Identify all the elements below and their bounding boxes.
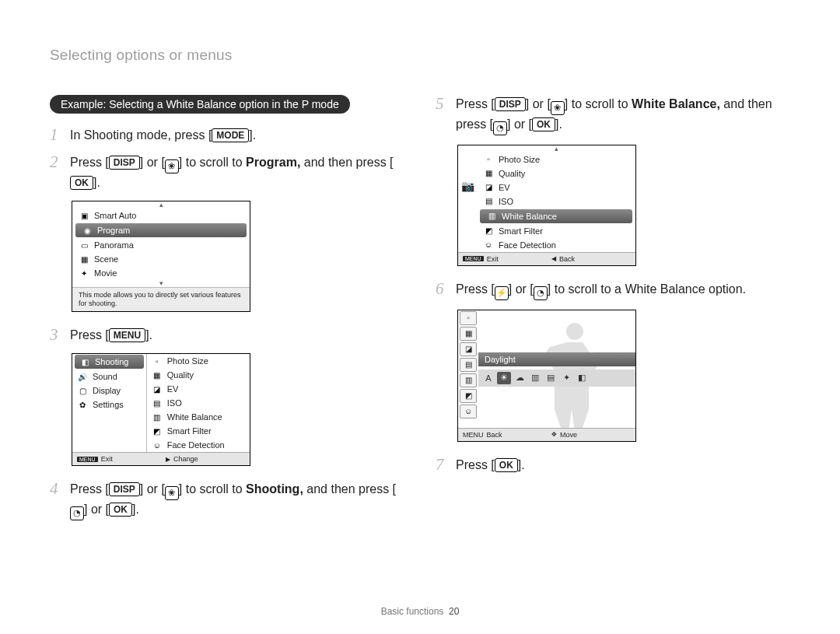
list-item-label: Settings bbox=[93, 400, 124, 409]
list-item: ◩Smart Filter bbox=[147, 424, 250, 438]
step-number: 4 bbox=[50, 480, 62, 497]
step-3: 3 Press [MENU]. bbox=[50, 326, 404, 344]
macro-down-icon: ❀ bbox=[165, 486, 179, 500]
list-item: ▣Smart Auto bbox=[72, 208, 250, 222]
list-item-label: Smart Filter bbox=[499, 226, 543, 236]
macro-down-icon: ❀ bbox=[551, 101, 565, 115]
step-text: ] or [ bbox=[507, 117, 532, 131]
list-item-label: Scene bbox=[94, 254, 118, 264]
wb-options-row: A ☀ ☁ ▥ ▤ ✦ ◧ bbox=[478, 370, 635, 387]
filter-icon: ◩ bbox=[483, 226, 494, 236]
screen-mode-list: ▴ ▣Smart Auto ◉Program ▭Panorama ▦Scene … bbox=[72, 201, 250, 312]
page-header: Selecting options or menus bbox=[50, 47, 790, 64]
list-item: ▫Photo Size bbox=[147, 354, 250, 368]
list-item: ▦Quality bbox=[477, 166, 635, 180]
flash-left-icon: ⚡ bbox=[495, 286, 509, 300]
step-5: 5 Press [DISP] or [❀] to scroll to White… bbox=[436, 95, 790, 135]
camera-icon: 📷 bbox=[461, 180, 474, 192]
list-item: ▭Panorama bbox=[72, 238, 250, 252]
face-icon: ☺ bbox=[483, 240, 494, 250]
list-item-label: Face Detection bbox=[167, 440, 225, 450]
step-number: 2 bbox=[50, 153, 62, 170]
photo-size-icon: ▫ bbox=[152, 356, 163, 366]
example-pill: Example: Selecting a White Balance optio… bbox=[50, 95, 350, 114]
camera-p-icon: ◉ bbox=[82, 226, 93, 235]
screen-main-menu: ◧Shooting 🔊Sound ▢Display ✿Settings ▫Pho… bbox=[72, 353, 250, 466]
list-item-label: Display bbox=[93, 386, 121, 395]
scroll-up-icon: ▴ bbox=[72, 201, 250, 208]
step-text: ]. bbox=[249, 128, 256, 142]
list-item-label: ISO bbox=[167, 398, 182, 408]
right-arrow-icon: ▶ bbox=[166, 456, 170, 463]
wb-fluorescent-l-icon: ▤ bbox=[544, 372, 558, 384]
filter-icon: ◩ bbox=[152, 426, 163, 436]
footer-right-label: Back bbox=[559, 255, 575, 263]
step-text: ]. bbox=[93, 176, 100, 189]
menu-category-pane: ◧Shooting 🔊Sound ▢Display ✿Settings bbox=[72, 354, 147, 452]
screen-footer: MENUExit ◀Back bbox=[458, 252, 635, 265]
ev-icon: ◪ bbox=[483, 183, 494, 192]
quality-icon: ▦ bbox=[152, 370, 163, 380]
step-text: In Shooting mode, press [ bbox=[70, 128, 212, 142]
list-item-label: Smart Filter bbox=[167, 426, 212, 436]
step-text: ]. bbox=[518, 458, 525, 471]
ok-key: OK bbox=[109, 503, 132, 517]
step-text: ] or [ bbox=[84, 503, 109, 516]
wb-icon: ▥ bbox=[152, 412, 163, 422]
gear-icon: ✿ bbox=[77, 400, 88, 409]
step-text: Press [ bbox=[70, 156, 109, 169]
step-number: 5 bbox=[436, 95, 448, 112]
step-text: ] to scroll to bbox=[565, 97, 632, 110]
display-icon: ▢ bbox=[77, 386, 88, 395]
screen-footer: MENUExit ▶Change bbox=[72, 452, 250, 465]
step-text: ]. bbox=[145, 328, 152, 342]
macro-down-icon: ❀ bbox=[165, 159, 179, 173]
mode-caption: This mode allows you to directly set var… bbox=[72, 287, 250, 311]
list-item: ◪EV bbox=[477, 180, 635, 194]
list-item-label: Sound bbox=[93, 372, 117, 381]
step-text: Press [ bbox=[456, 458, 495, 471]
quality-icon: ▦ bbox=[483, 169, 494, 178]
list-item: ☺Face Detection bbox=[477, 238, 635, 252]
disp-key: DISP bbox=[495, 97, 526, 111]
timer-right-icon: ◔ bbox=[493, 121, 507, 135]
ok-key: OK bbox=[495, 458, 518, 472]
list-item-label: EV bbox=[167, 384, 179, 394]
step-number: 6 bbox=[436, 280, 448, 297]
list-item-label: Photo Size bbox=[499, 155, 540, 164]
step-text: Press [ bbox=[70, 482, 109, 496]
screen-footer: MENUBack ✥Move bbox=[458, 428, 635, 441]
step-text: ] to scroll to bbox=[179, 156, 246, 169]
step-text: ] or [ bbox=[140, 482, 165, 496]
iso-icon: ▤ bbox=[152, 398, 163, 408]
list-item-label: White Balance bbox=[502, 212, 557, 221]
scroll-down-icon: ▾ bbox=[72, 280, 250, 287]
step-text: ] to scroll to a White Balance option. bbox=[548, 282, 746, 296]
step-text: and then press [ bbox=[303, 482, 396, 496]
list-item-label: Movie bbox=[94, 268, 117, 278]
iso-icon: ▤ bbox=[483, 197, 494, 206]
list-item-label: Program bbox=[97, 226, 130, 235]
menu-key: MENU bbox=[109, 328, 145, 342]
step-text: ] or [ bbox=[140, 156, 165, 169]
ok-key: OK bbox=[532, 117, 555, 131]
side-icon: ☺ bbox=[460, 405, 477, 419]
list-item: ▥White Balance bbox=[147, 410, 250, 424]
timer-right-icon: ◔ bbox=[70, 506, 84, 520]
step-text: ] or [ bbox=[509, 282, 534, 296]
list-item: ▤ISO bbox=[147, 396, 250, 410]
step-text: Press [ bbox=[70, 328, 109, 342]
side-icon: ▦ bbox=[460, 327, 477, 341]
footer-left-label: Exit bbox=[101, 455, 113, 463]
scroll-up-icon: ▴ bbox=[477, 145, 635, 152]
list-item: 🔊Sound bbox=[72, 370, 146, 384]
list-item: ✦Movie bbox=[72, 266, 250, 280]
wb-selected-label: Daylight bbox=[478, 352, 635, 366]
list-item: ✿Settings bbox=[72, 398, 146, 412]
tab-column: 📷 bbox=[458, 145, 477, 252]
disp-key: DISP bbox=[109, 156, 140, 170]
step-text: Press [ bbox=[456, 282, 495, 296]
footer-right-label: Change bbox=[173, 455, 198, 463]
list-item-label: Shooting bbox=[95, 357, 128, 366]
screen-wb-select: ▫ ▦ ◪ ▤ ▥ ◩ ☺ Daylight A ☀ ☁ ▥ ▤ ✦ ◧ MEN… bbox=[457, 310, 636, 442]
